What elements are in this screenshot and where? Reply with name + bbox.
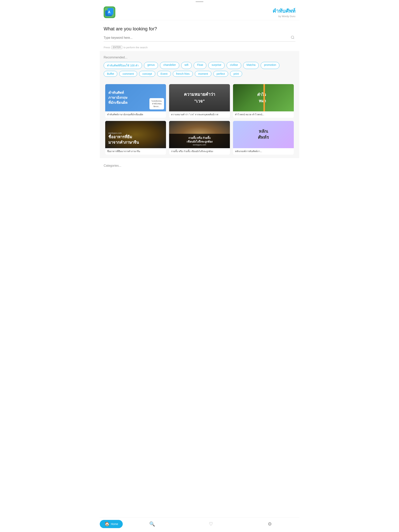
article-card[interactable]: คำทับศัพท์ภาษาอังกฤษที่มักเขียนผิด ไม่เค… bbox=[105, 84, 166, 118]
status-bar bbox=[100, 0, 299, 3]
recommended-label: Recommended... bbox=[104, 56, 295, 59]
article-caption: กวยจั๊บ หรือ ก๋วยจั๊บ เขียนยังไงถึงจะถูก… bbox=[169, 148, 230, 155]
article-thumb: คำไวหมา bbox=[233, 84, 294, 111]
header-title-block: คำทับศัพท์ by Wordy Guru bbox=[273, 7, 295, 18]
tag-item[interactable]: concept bbox=[139, 71, 155, 77]
article-card[interactable]: wordyguru.com ชื่ออาหารที่ยืมมาจากคำภาษา… bbox=[105, 121, 166, 155]
hint-press: Press bbox=[104, 46, 110, 49]
article-thumb: ความหมายคำว่า"เวจ" bbox=[169, 84, 230, 111]
categories-section: Categories... bbox=[100, 158, 299, 190]
tag-item[interactable]: comment bbox=[119, 71, 137, 77]
article-card[interactable]: คำไวหมา คำไวพจน์ หมวด คำไวพจน์... bbox=[233, 84, 294, 118]
tag-item[interactable]: surprise bbox=[208, 62, 225, 69]
app-subtitle: by Wordy Guru bbox=[273, 15, 295, 18]
status-indicator bbox=[196, 1, 203, 2]
recommended-section: Recommended... คำทับศัพท์ที่นิยมใช้ 100 … bbox=[100, 51, 299, 158]
search-bar[interactable] bbox=[104, 35, 295, 42]
article-thumb: คำทับศัพท์ภาษาอังกฤษที่มักเขียนผิด ไม่เค… bbox=[105, 84, 166, 111]
search-button[interactable] bbox=[290, 35, 295, 40]
logo-container: A bbox=[104, 6, 115, 18]
svg-line-6 bbox=[293, 38, 294, 39]
svg-text:A: A bbox=[108, 10, 110, 14]
tags-row-2: BuffetcommentconceptEventfrench friesmom… bbox=[104, 71, 295, 77]
tag-item[interactable]: genus bbox=[144, 62, 158, 69]
article-card[interactable]: หลักเศัพท์ร หลักเกณฑ์การทับศัพท์ภา... bbox=[233, 121, 294, 155]
article-caption: คำไวพจน์ หมวด คำไวพจน์... bbox=[233, 111, 294, 118]
tag-item[interactable]: civilise bbox=[227, 62, 241, 69]
search-hint: Press ENTER to perform the search bbox=[104, 45, 295, 49]
article-thumb: หลักเศัพท์ร bbox=[233, 121, 294, 148]
tag-item[interactable]: Buffet bbox=[104, 71, 117, 77]
tag-item[interactable]: moment bbox=[195, 71, 211, 77]
tag-item[interactable]: french fries bbox=[173, 71, 193, 77]
tag-item[interactable]: promotion bbox=[261, 62, 279, 69]
tag-item[interactable]: perfect bbox=[213, 71, 228, 77]
tag-item[interactable]: Matcha bbox=[243, 62, 259, 69]
app-title: คำทับศัพท์ bbox=[273, 7, 295, 15]
tags-row-1: คำทับศัพท์ที่นิยมใช้ 100 คำgenuschandeli… bbox=[104, 62, 295, 69]
search-input[interactable] bbox=[104, 36, 290, 39]
search-section: What are you looking for? Press ENTER to… bbox=[100, 20, 299, 51]
enter-badge: ENTER bbox=[111, 45, 122, 49]
categories-label: Categories... bbox=[104, 164, 295, 167]
article-card[interactable]: ความหมายคำว่า"เวจ" ความหมายคำว่า "เวจ" จ… bbox=[169, 84, 230, 118]
tag-item[interactable]: wifi bbox=[181, 62, 192, 69]
tag-item[interactable]: คำทับศัพท์ที่นิยมใช้ 100 คำ bbox=[104, 62, 142, 69]
svg-point-5 bbox=[291, 36, 294, 38]
articles-grid: คำทับศัพท์ภาษาอังกฤษที่มักเขียนผิด ไม่เค… bbox=[104, 79, 295, 156]
article-card[interactable]: กวยจั๊บ หรือ ก๋วยจั๊บเขียนยังไงถึงจะถูกต… bbox=[169, 121, 230, 155]
header: A คำทับศัพท์ by Wordy Guru bbox=[100, 3, 299, 20]
article-thumb: กวยจั๊บ หรือ ก๋วยจั๊บเขียนยังไงถึงจะถูกต… bbox=[169, 121, 230, 148]
tag-item[interactable]: print bbox=[230, 71, 242, 77]
article-caption: ชื่ออาหารที่ยืมมาจากคำภาษาจีน bbox=[105, 148, 166, 155]
search-heading: What are you looking for? bbox=[104, 26, 295, 32]
article-caption: ความหมายคำว่า "เวจ" จากละครบุพเพสันนิวาส bbox=[169, 111, 230, 118]
article-caption: หลักเกณฑ์การทับศัพท์ภา... bbox=[233, 148, 294, 155]
tag-item[interactable]: Float bbox=[194, 62, 206, 69]
tag-item[interactable]: chandelier bbox=[160, 62, 179, 69]
hint-suffix: to perform the search bbox=[123, 46, 148, 49]
app-logo: A bbox=[104, 6, 115, 18]
article-thumb: wordyguru.com ชื่ออาหารที่ยืมมาจากคำภาษา… bbox=[105, 121, 166, 148]
article-caption: คำทับศัพท์ภาษาอังกฤษที่มักเขียนผิด bbox=[105, 111, 166, 118]
tag-item[interactable]: Event bbox=[157, 71, 171, 77]
